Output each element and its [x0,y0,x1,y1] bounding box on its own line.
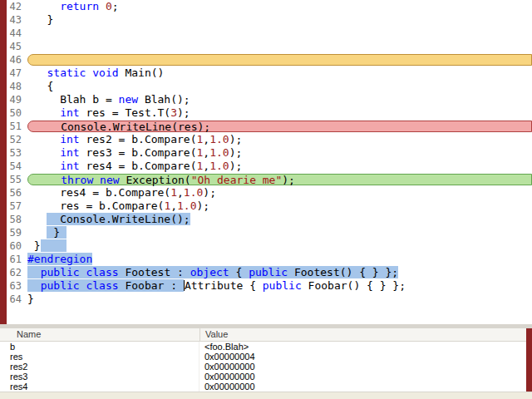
line-number[interactable]: 48 [0,80,27,93]
watch-value-cell[interactable]: <foo.Blah> [200,342,532,352]
code-line[interactable]: 59 } [0,226,532,239]
code-token: res2 = b.Compare( [80,133,197,145]
code-token: 1.0 [209,146,229,159]
code-line[interactable]: 49 Blah b = new Blah(); [0,93,532,106]
code-token: new [100,174,119,186]
line-number[interactable]: 59 [0,226,27,239]
line-number[interactable]: 49 [0,93,27,106]
line-number[interactable]: 44 [0,27,27,40]
code-text-highlight-red: Console.WriteLine(res); [27,121,532,132]
code-line[interactable]: 61#endregion [0,253,532,266]
watch-name-cell[interactable]: b [0,342,200,352]
code-token: void [92,66,118,79]
watch-row[interactable]: res20x00000000 [0,362,532,372]
line-number[interactable]: 61 [0,253,27,266]
code-line[interactable]: 52 int res2 = b.Compare(1,1.0); [0,133,532,146]
watch-column-header-name[interactable]: Name [0,328,200,341]
line-number[interactable]: 47 [0,66,27,80]
line-number[interactable]: 64 [0,293,27,306]
code-token: ); [229,160,243,172]
watch-row[interactable]: res30x00000000 [0,372,532,382]
code-line[interactable]: 55 throw new Exception("Oh dearie me"); [0,173,532,186]
code-token [27,133,60,145]
line-number[interactable]: 55 [0,173,27,186]
watch-value-cell[interactable]: 0x00000000 [200,372,532,382]
code-token: ); [229,146,243,159]
horizontal-scrollbar-track[interactable] [0,392,532,399]
selected-code-token: public [41,266,80,278]
code-text: int res = Test.T(3); [27,106,532,120]
code-token: Blah(); [138,93,190,106]
code-text: Console.WriteLine(); [27,213,532,226]
code-token: int [60,146,79,159]
watch-value-cell[interactable]: 0x00000004 [200,352,532,362]
code-token: ); [177,106,190,119]
code-line[interactable]: 58 Console.WriteLine(); [0,213,532,226]
code-line[interactable]: 48 { [0,80,532,93]
code-line[interactable]: 42 return 0; [0,0,532,13]
code-line[interactable]: 54 int res4 = b.Compare(1,1.0); [0,160,532,173]
code-line[interactable]: 56 res4 = b.Compare(1,1.0); [0,186,532,200]
code-token [27,146,60,159]
line-number[interactable]: 57 [0,200,27,213]
code-text: static void Main() [27,66,532,80]
code-token: new [119,93,138,106]
code-line[interactable]: 62 public class Footest : object { publi… [0,266,532,279]
line-number[interactable]: 60 [0,239,27,253]
watch-row[interactable]: b<foo.Blah> [0,342,532,352]
code-line[interactable]: 44 [0,27,532,40]
code-line[interactable]: 45 [0,40,532,53]
code-token: , [203,133,209,145]
code-token: Foobar() { } }; [302,279,406,292]
line-number[interactable]: 43 [0,13,27,27]
ide-window: 42 return 0;43 }44454647 static void Mai… [0,0,532,399]
line-number[interactable]: 51 [0,120,27,133]
code-line[interactable]: 50 int res = Test.T(3); [0,106,532,120]
watch-value-cell[interactable]: 0x00000000 [200,382,532,392]
code-token: return [60,0,99,12]
line-number[interactable]: 62 [0,266,27,279]
code-token [99,0,106,12]
line-number[interactable]: 42 [0,0,27,13]
code-line[interactable]: 46 [0,53,532,66]
line-number[interactable]: 56 [0,186,27,200]
watch-name-cell[interactable]: res2 [0,362,200,372]
code-token: Attribute { [185,279,263,292]
code-token [27,66,47,79]
watch-row[interactable]: res40x00000000 [0,382,532,392]
line-number[interactable]: 46 [0,53,27,66]
watch-header-row: Name Value [0,328,532,342]
watch-column-header-value[interactable]: Value [200,328,532,341]
selected-code-token: #endregion [27,253,92,265]
code-line[interactable]: 57 res = b.Compare(1,1.0); [0,200,532,213]
code-line[interactable]: 64} [0,293,532,306]
code-text [27,27,532,40]
code-line[interactable]: 43 } [0,13,532,27]
selected-code-token: Footest() { } }; [288,266,398,278]
code-token: res3 = b.Compare( [80,146,197,159]
code-token [27,160,60,172]
code-line[interactable]: 63 public class Foobar : Attribute { pub… [0,279,532,293]
code-line[interactable]: 51 Console.WriteLine(res); [0,120,532,133]
line-number[interactable]: 58 [0,213,27,226]
line-number[interactable]: 53 [0,146,27,160]
code-editor[interactable]: 42 return 0;43 }44454647 static void Mai… [0,0,532,324]
line-number[interactable]: 63 [0,279,27,293]
code-line[interactable]: 53 int res3 = b.Compare(1,1.0); [0,146,532,160]
code-token [27,0,60,12]
line-number[interactable]: 52 [0,133,27,146]
watch-name-cell[interactable]: res3 [0,372,200,382]
line-number[interactable]: 54 [0,160,27,173]
watch-value-cell[interactable]: 0x00000000 [200,362,532,372]
code-text: int res4 = b.Compare(1,1.0); [27,160,532,173]
code-line[interactable]: 60 } [0,239,532,253]
code-text: return 0; [27,0,532,13]
code-token: } [27,293,34,305]
watch-name-cell[interactable]: res4 [0,382,200,392]
code-line[interactable]: 47 static void Main() [0,66,532,80]
line-number[interactable]: 45 [0,40,27,53]
code-token [27,80,47,92]
line-number[interactable]: 50 [0,106,27,120]
watch-name-cell[interactable]: res [0,352,200,362]
watch-row[interactable]: res0x00000004 [0,352,532,362]
